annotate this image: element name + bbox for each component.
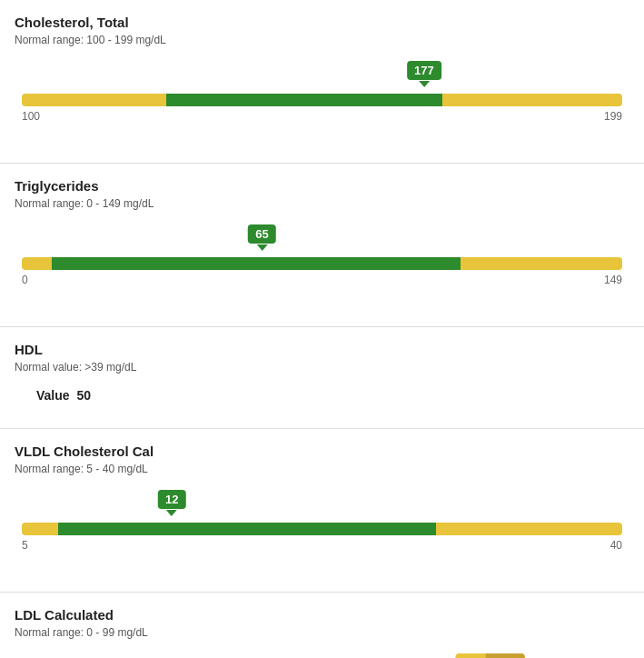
- vldl-bar: [22, 523, 622, 535]
- cholesterol-axis-right: 199: [604, 110, 622, 123]
- cholesterol-title: Cholesterol, Total: [15, 15, 629, 30]
- ldl-title: LDL Calculated: [15, 607, 629, 623]
- ldl-badge-high: High: [486, 653, 525, 658]
- vldl-axis-left: 5: [22, 539, 28, 552]
- vldl-title: VLDL Cholesterol Cal: [15, 444, 629, 459]
- triglycerides-axis-right: 149: [604, 274, 622, 286]
- vldl-bar-green: [58, 523, 436, 535]
- cholesterol-bar: [22, 94, 622, 106]
- triglycerides-arrow: [256, 244, 267, 251]
- vldl-bar-right: [436, 523, 622, 535]
- vldl-marker: 12: [158, 490, 185, 516]
- ldl-badge-value: 115: [455, 653, 486, 658]
- hdl-subtitle: Normal value: >39 mg/dL: [15, 361, 629, 374]
- triglycerides-axis-left: 0: [22, 274, 28, 286]
- cholesterol-axis: 100 199: [22, 110, 622, 123]
- triglycerides-bar-green: [52, 257, 460, 270]
- cholesterol-section: Cholesterol, Total Normal range: 100 - 1…: [0, 0, 644, 164]
- cholesterol-bar-right: [442, 94, 622, 106]
- triglycerides-title: Triglycerides: [15, 178, 629, 194]
- ldl-marker: 115High: [455, 653, 525, 658]
- cholesterol-chart: 177 100 199: [22, 61, 622, 145]
- hdl-value-row: Value 50: [36, 388, 629, 403]
- vldl-axis-right: 40: [610, 539, 622, 552]
- ldl-badge: 115High: [455, 653, 525, 658]
- cholesterol-badge: 177: [407, 61, 441, 80]
- triglycerides-badge: 65: [248, 224, 275, 244]
- vldl-badge: 12: [158, 490, 185, 509]
- cholesterol-arrow: [419, 81, 430, 87]
- triglycerides-axis: 0 149: [22, 274, 622, 286]
- triglycerides-subtitle: Normal range: 0 - 149 mg/dL: [15, 197, 629, 210]
- cholesterol-bar-green: [166, 94, 442, 106]
- vldl-chart: 12 5 40: [22, 490, 622, 573]
- cholesterol-axis-left: 100: [22, 110, 40, 123]
- cholesterol-marker: 177: [407, 61, 441, 87]
- vldl-section: VLDL Cholesterol Cal Normal range: 5 - 4…: [0, 429, 644, 593]
- ldl-section: LDL Calculated Normal range: 0 - 99 mg/d…: [0, 593, 644, 658]
- triglycerides-bar-left: [22, 257, 52, 270]
- hdl-value-label: Value: [36, 388, 70, 403]
- triglycerides-chart: 65 0 149: [22, 224, 622, 308]
- hdl-section: HDL Normal value: >39 mg/dL Value 50: [0, 327, 644, 429]
- vldl-axis: 5 40: [22, 539, 622, 552]
- ldl-chart: 115High 0 99: [22, 653, 622, 658]
- cholesterol-bar-left: [22, 94, 166, 106]
- hdl-title: HDL: [15, 342, 629, 357]
- triglycerides-marker: 65: [248, 224, 275, 251]
- hdl-value: 50: [76, 388, 91, 403]
- vldl-subtitle: Normal range: 5 - 40 mg/dL: [15, 463, 629, 475]
- vldl-arrow: [166, 510, 177, 516]
- triglycerides-bar: [22, 257, 622, 270]
- triglycerides-bar-right: [461, 257, 622, 270]
- cholesterol-subtitle: Normal range: 100 - 199 mg/dL: [15, 34, 629, 46]
- ldl-subtitle: Normal range: 0 - 99 mg/dL: [15, 626, 629, 639]
- vldl-bar-left: [22, 523, 58, 535]
- triglycerides-section: Triglycerides Normal range: 0 - 149 mg/d…: [0, 164, 644, 327]
